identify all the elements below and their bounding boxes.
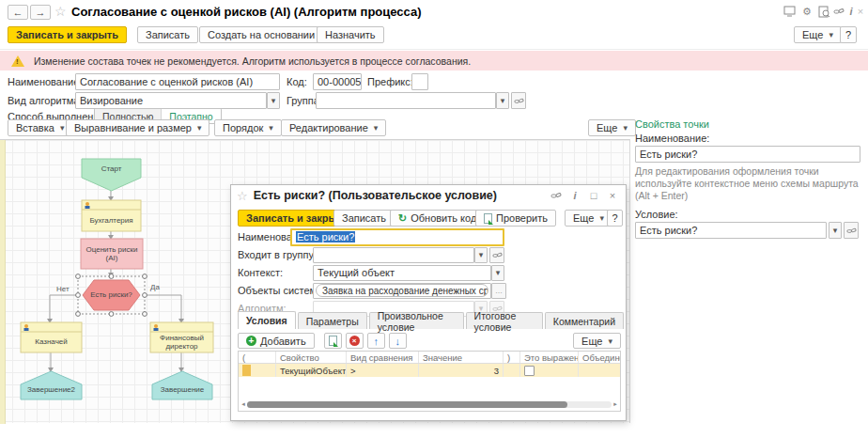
arrow-down-icon: ↓ [395, 336, 400, 347]
col-open-paren[interactable]: ( [239, 352, 276, 363]
scroll-right-icon[interactable]: ▸ [612, 400, 619, 408]
condition-node-shape[interactable] [83, 280, 140, 310]
point-name-input[interactable]: Есть риски? [635, 146, 860, 163]
group-dropdown-button[interactable]: ▾ [496, 92, 509, 109]
scrollbar-thumb[interactable] [247, 401, 567, 408]
dialog-help-button[interactable]: ? [607, 210, 623, 227]
align-size-button[interactable]: Выравнивание и размер▾ [66, 119, 209, 136]
dialog-close-icon[interactable]: × [605, 188, 620, 203]
dialog-context-dropdown[interactable]: ▾ [491, 265, 504, 281]
chevron-down-icon: ▾ [501, 96, 505, 105]
add-row-button[interactable]: +Добавить [238, 333, 315, 349]
refresh-code-button[interactable]: ↻Обновить код [390, 210, 485, 227]
col-expression[interactable]: Это выражение [520, 352, 579, 363]
forward-button[interactable]: → [30, 5, 51, 20]
dialog-name-input[interactable]: Есть риски? [290, 228, 504, 246]
check-button[interactable]: Проверить [475, 210, 556, 227]
arrow-up-icon: ↑ [373, 336, 379, 347]
expression-checkbox[interactable] [524, 366, 535, 376]
dialog-group-link[interactable] [489, 247, 504, 263]
insert-button[interactable]: Вставка▾ [8, 119, 72, 136]
edit-button[interactable]: Редактирование▾ [281, 119, 386, 136]
treasurer-node-shape[interactable] [21, 322, 82, 352]
objects-tag[interactable]: Заявка на расходование денежных средств … [316, 284, 488, 297]
dialog-group-combo[interactable] [313, 247, 474, 263]
condition-link-button[interactable] [844, 222, 859, 239]
help-button[interactable]: ? [840, 26, 857, 43]
gear-icon[interactable]: ⚙ [800, 5, 814, 18]
condition-dropdown-button[interactable]: ▾ [829, 222, 842, 239]
end-node-shape[interactable] [152, 371, 212, 399]
assign-button[interactable]: Назначить [317, 26, 384, 43]
chain-icon [514, 96, 524, 106]
assess-node-shape[interactable] [81, 239, 143, 269]
scroll-left-icon[interactable]: ◂ [240, 400, 247, 408]
dialog-info-icon[interactable]: i [567, 188, 582, 203]
group-combo[interactable] [316, 92, 496, 109]
tab-conditions[interactable]: Условия [238, 311, 296, 329]
scheme-toolbar: Вставка▾ Выравнивание и размер▾ Порядок▾… [0, 119, 630, 138]
tab-arbitrary-condition[interactable]: Произвольное условие [369, 312, 464, 329]
table-row[interactable]: ТекущийОбъект Доп... > 3 [239, 364, 620, 377]
end2-node-shape[interactable] [21, 371, 82, 399]
col-union[interactable]: Объединение с [579, 352, 620, 363]
col-value[interactable]: Значение [419, 352, 504, 363]
app-window: ← → ☆ Согласование с оценкой рисков (AI)… [0, 0, 868, 438]
order-button[interactable]: Порядок▾ [214, 119, 282, 136]
name-input[interactable]: Согласование с оценкой рисков (AI) [75, 73, 280, 90]
favorite-star-icon[interactable]: ☆ [54, 4, 67, 19]
tab-parameters[interactable]: Параметры [298, 312, 367, 329]
chevron-down-icon: ▾ [496, 268, 501, 277]
findir-node-shape[interactable] [150, 322, 213, 352]
search-document-icon[interactable] [817, 5, 830, 18]
form-row-name: Наименование: Согласование с оценкой рис… [0, 73, 639, 90]
more-button[interactable]: Еще▾ [794, 26, 842, 43]
condition-combo[interactable]: Есть риски? [635, 222, 827, 239]
dialog-context-combo[interactable]: Текущий объект [313, 265, 491, 281]
forward-arrow-icon: → [36, 7, 46, 18]
back-button[interactable]: ← [8, 5, 28, 20]
dialog-group-dropdown[interactable]: ▾ [474, 247, 488, 263]
kind-dropdown-button[interactable]: ▾ [267, 92, 280, 109]
col-comparison[interactable]: Вид сравнения [347, 352, 419, 363]
dialog-save-button[interactable]: Записать [333, 210, 395, 227]
copy-row-button[interactable] [324, 333, 342, 349]
dialog-star-icon[interactable]: ☆ [237, 189, 248, 203]
kind-combo[interactable]: Визирование [75, 92, 267, 109]
link-icon[interactable] [832, 5, 845, 18]
copy-icon [329, 336, 337, 346]
accounting-node-shape[interactable] [82, 200, 141, 231]
monitor-icon[interactable] [783, 5, 796, 18]
dialog-titlebar[interactable]: ☆ Есть риски? (Пользовательское условие)… [231, 185, 626, 206]
code-input[interactable]: 00-000056 [313, 73, 362, 90]
create-based-button[interactable]: Создать на основании▾ [199, 26, 333, 43]
dialog-more-button[interactable]: Еще▾ [565, 210, 612, 227]
chain-icon [846, 226, 857, 236]
move-down-button[interactable]: ↓ [389, 333, 407, 349]
chevron-down-icon: ▾ [608, 336, 612, 346]
delete-row-button[interactable]: × [346, 333, 364, 349]
group-link-button[interactable] [511, 92, 526, 109]
warning-icon: ! [11, 55, 24, 67]
page-title: Согласование с оценкой рисков (AI) (Алго… [71, 5, 422, 19]
horizontal-scrollbar[interactable]: ◂ ▸ [240, 400, 619, 408]
save-button[interactable]: Записать [137, 26, 198, 43]
dialog-objects-input[interactable]: Заявка на расходование денежных средств … [313, 283, 491, 299]
close-icon[interactable]: × [854, 5, 867, 18]
check-document-icon [484, 213, 492, 224]
condition-table-toolbar: +Добавить × ↑ ↓ Еще▾ [238, 332, 621, 350]
scheme-more-button[interactable]: Еще▾ [588, 119, 636, 136]
start-node-shape[interactable] [82, 159, 141, 191]
kind-label: Вид алгоритма: [8, 95, 82, 106]
prefix-input[interactable] [411, 73, 428, 90]
move-up-button[interactable]: ↑ [367, 333, 385, 349]
tab-comment[interactable]: Комментарий [545, 312, 624, 329]
col-property[interactable]: Свойство [276, 352, 347, 363]
dialog-link-icon[interactable] [549, 188, 564, 203]
table-more-button[interactable]: Еще▾ [573, 333, 621, 349]
tab-final-condition[interactable]: Итоговое условие [466, 312, 543, 329]
dialog-objects-ellipsis[interactable]: ... [491, 283, 506, 299]
dialog-maximize-icon[interactable]: □ [586, 188, 601, 203]
save-close-button[interactable]: Записать и закрыть [8, 26, 127, 43]
col-close-paren[interactable]: ) [504, 352, 520, 363]
